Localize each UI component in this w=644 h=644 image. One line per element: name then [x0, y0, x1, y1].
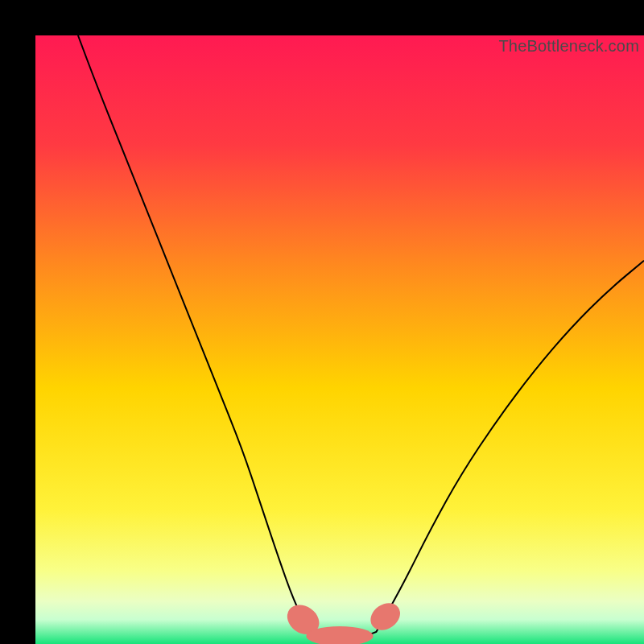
- plot-area: TheBottleneck.com: [35, 35, 644, 644]
- valley-marker-right-pill: [365, 597, 406, 635]
- valley-markers: [282, 597, 406, 644]
- watermark-label: TheBottleneck.com: [498, 37, 639, 56]
- chart-frame: TheBottleneck.com: [0, 0, 644, 644]
- curve-path: [78, 35, 644, 638]
- bottleneck-curve: [35, 35, 644, 644]
